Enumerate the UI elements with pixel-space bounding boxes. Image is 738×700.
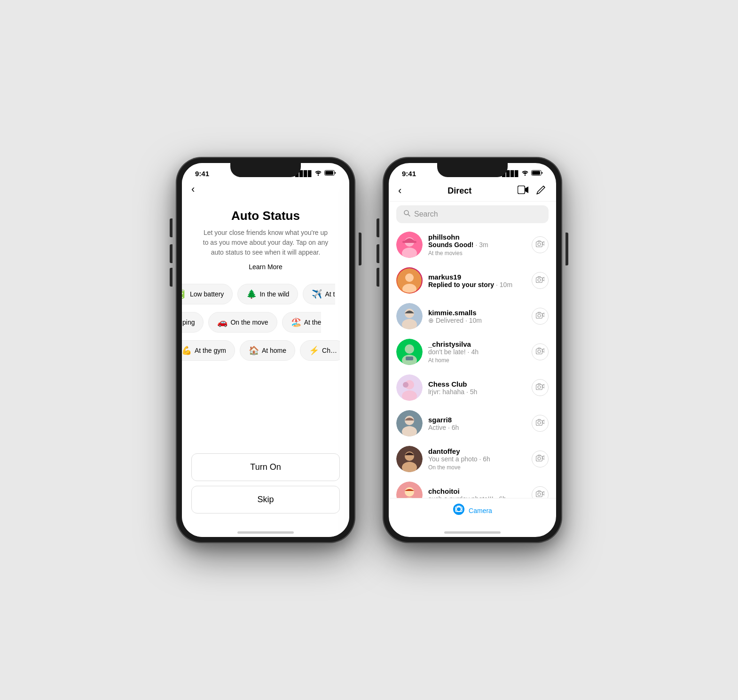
camera-bar-label[interactable]: Camera xyxy=(469,507,492,514)
svg-rect-2 xyxy=(325,171,333,175)
camera-button-markus19[interactable] xyxy=(532,272,549,289)
msg-preview: Replied to your story · 10m xyxy=(428,281,532,288)
pill-in-the-wild[interactable]: 🌲 In the wild xyxy=(237,284,298,304)
svg-point-23 xyxy=(538,314,541,317)
avatar-dantoffey xyxy=(396,446,423,472)
svg-point-3 xyxy=(525,175,526,176)
msg-preview: don't be late! · 4h xyxy=(428,348,532,356)
charging-icon: ⚡ xyxy=(309,345,319,356)
message-item[interactable]: Chess Club lrjvr: hahaha · 5h xyxy=(389,370,556,405)
video-call-icon[interactable] xyxy=(518,185,529,197)
camera-button-christy[interactable] xyxy=(532,343,549,360)
camera-icon xyxy=(536,490,544,498)
msg-preview-text: ⊕ Delivered · 10m xyxy=(428,317,482,324)
direct-screen: 9:41 ▊▊▊▊ xyxy=(389,163,556,537)
svg-point-15 xyxy=(405,273,414,282)
learn-more-link[interactable]: Learn More xyxy=(182,261,349,280)
message-item[interactable]: sgarri8 Active · 6h xyxy=(389,405,556,441)
camera-icon xyxy=(536,276,544,285)
camera-button-chessclub[interactable] xyxy=(532,379,549,396)
svg-point-47 xyxy=(405,487,414,497)
camera-bar-icon xyxy=(453,503,465,518)
camera-bar[interactable]: Camera xyxy=(389,498,556,528)
message-item[interactable]: phillsohn Sounds Good! · 3m At the movie… xyxy=(389,227,556,263)
skip-button[interactable]: Skip xyxy=(191,486,340,513)
msg-preview: ⊕ Delivered · 10m xyxy=(428,317,532,324)
svg-point-33 xyxy=(403,382,408,388)
msg-username: chchoitoi xyxy=(428,487,532,495)
msg-preview-text: lrjvr: hahaha · 5h xyxy=(428,388,477,396)
message-info-chessclub: Chess Club lrjvr: hahaha · 5h xyxy=(428,380,532,396)
message-item[interactable]: chchoitoi such a purday photo!!! · 6h xyxy=(389,477,556,498)
message-info-kimmie: kimmie.smalls ⊕ Delivered · 10m xyxy=(428,309,532,324)
message-item[interactable]: dantoffey You sent a photo · 6h On the m… xyxy=(389,441,556,477)
pill-at-beach[interactable]: 🏖️ At the beac… xyxy=(282,312,321,333)
gym-icon: 💪 xyxy=(182,345,192,356)
direct-back-button[interactable]: ‹ xyxy=(398,185,401,197)
svg-rect-17 xyxy=(536,278,542,283)
svg-rect-28 xyxy=(536,349,542,354)
msg-username: _christysilva xyxy=(428,340,532,348)
msg-preview: Sounds Good! · 3m xyxy=(428,241,532,249)
msg-preview: You sent a photo · 6h xyxy=(428,455,532,463)
camera-icon xyxy=(536,348,544,356)
pills-row-1: 🔋 Low battery 🌲 In the wild ✈️ At t… xyxy=(182,280,335,308)
auto-status-title: Auto Status xyxy=(182,199,349,228)
svg-point-0 xyxy=(318,175,319,176)
camera-button-kimmie[interactable] xyxy=(532,308,549,325)
message-item[interactable]: markus19 Replied to your story · 10m xyxy=(389,263,556,298)
pill-low-battery[interactable]: 🔋 Low battery xyxy=(182,284,233,304)
pill-at-home[interactable]: 🏠 At home xyxy=(240,340,295,361)
pills-row-2: 🛍️ …ping 🚗 On the move 🏖️ At the beac… xyxy=(182,308,321,336)
pill-on-the-move-label: On the move xyxy=(230,319,268,326)
compose-icon[interactable] xyxy=(536,184,547,197)
avatar-markus19 xyxy=(396,267,423,294)
msg-status-tag: On the move xyxy=(428,464,461,471)
msg-preview: lrjvr: hahaha · 5h xyxy=(428,388,532,396)
avatar-phillsohn xyxy=(396,232,423,258)
message-info-christy: _christysilva don't be late! · 4h At hom… xyxy=(428,340,532,364)
camera-button-dantoffey[interactable] xyxy=(532,451,549,467)
notch-1 xyxy=(230,163,301,177)
camera-button-chchoitoi[interactable] xyxy=(532,486,549,498)
turn-on-button[interactable]: Turn On xyxy=(191,453,340,481)
pill-at-gym[interactable]: 💪 At the gym xyxy=(182,340,235,361)
status-icons-2: ▊▊▊▊ xyxy=(502,170,543,177)
msg-preview-text: don't be late! · 4h xyxy=(428,348,479,356)
wifi-icon xyxy=(314,170,322,177)
pills-container: 🔋 Low battery 🌲 In the wild ✈️ At t… 🛍️ xyxy=(182,280,349,446)
msg-preview-text: Sounds Good! xyxy=(428,241,473,249)
camera-button-sgarri8[interactable] xyxy=(532,415,549,432)
pill-charging[interactable]: ⚡ Ch… xyxy=(300,340,340,361)
search-placeholder: Search xyxy=(414,210,438,218)
airplane-icon: ✈️ xyxy=(312,289,322,299)
back-button-1[interactable]: ‹ xyxy=(182,179,349,199)
svg-point-18 xyxy=(538,279,541,281)
msg-preview: Active · 6h xyxy=(428,424,532,431)
pill-shopping-label: …ping xyxy=(182,319,195,326)
message-info-phillsohn: phillsohn Sounds Good! · 3m At the movie… xyxy=(428,233,532,257)
message-info-markus19: markus19 Replied to your story · 10m xyxy=(428,273,532,288)
svg-point-25 xyxy=(405,344,414,354)
message-item[interactable]: _christysilva don't be late! · 4h At hom… xyxy=(389,334,556,370)
svg-point-7 xyxy=(404,210,408,215)
pill-at-airport[interactable]: ✈️ At t… xyxy=(303,284,335,304)
pill-at-gym-label: At the gym xyxy=(195,347,226,354)
svg-point-45 xyxy=(538,457,541,460)
svg-point-35 xyxy=(538,386,541,389)
msg-username: dantoffey xyxy=(428,447,532,455)
message-item[interactable]: kimmie.smalls ⊕ Delivered · 10m xyxy=(389,298,556,334)
pill-shopping[interactable]: 🛍️ …ping xyxy=(182,312,204,333)
avatar-christy xyxy=(396,339,423,365)
camera-icon xyxy=(536,455,544,463)
camera-button-phillsohn[interactable] xyxy=(532,236,549,253)
svg-rect-22 xyxy=(536,313,542,319)
beach-icon: 🏖️ xyxy=(291,317,301,327)
phone-2: 9:41 ▊▊▊▊ xyxy=(383,157,562,543)
svg-rect-34 xyxy=(536,385,542,390)
pill-on-the-move[interactable]: 🚗 On the move xyxy=(208,312,277,333)
search-bar[interactable]: Search xyxy=(396,205,549,223)
msg-username: markus19 xyxy=(428,273,532,281)
direct-title: Direct xyxy=(448,186,471,196)
svg-point-29 xyxy=(538,350,541,353)
